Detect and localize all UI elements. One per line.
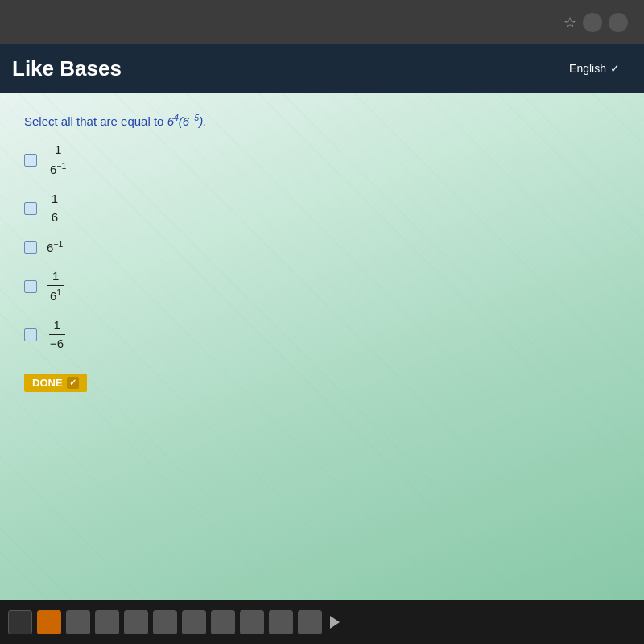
fraction-2-denominator: 6	[48, 208, 61, 225]
fraction-5-numerator: 1	[49, 318, 65, 335]
done-label: DONE	[32, 377, 63, 389]
taskbar-next-arrow[interactable]	[330, 616, 340, 629]
option-item-4: 1 61	[24, 269, 620, 303]
option-item-3: 6−1	[24, 239, 620, 254]
language-selector[interactable]: English ✓	[569, 62, 620, 75]
checkbox-4[interactable]	[24, 280, 37, 293]
browser-icons: ☆	[564, 13, 628, 32]
question-expression: 64(6−5).	[167, 114, 207, 128]
fraction-5: 1 −6	[47, 318, 67, 351]
taskbar-item-6[interactable]	[153, 610, 177, 634]
browser-btn-1[interactable]	[583, 13, 602, 32]
taskbar-item-9[interactable]	[240, 610, 264, 634]
fraction-4: 1 61	[47, 269, 64, 303]
taskbar-item-7[interactable]	[182, 610, 206, 634]
taskbar-item-1[interactable]	[8, 610, 32, 634]
fraction-4-numerator: 1	[47, 269, 64, 286]
checkbox-1[interactable]	[24, 154, 37, 167]
language-label: English	[569, 62, 606, 75]
option-item-2: 1 6	[24, 192, 620, 225]
star-icon[interactable]: ☆	[564, 14, 576, 31]
browser-btn-2[interactable]	[609, 13, 628, 32]
done-check-icon: ✓	[67, 377, 79, 389]
question-text: Select all that are equal to 64(6−5).	[24, 113, 620, 128]
main-content-area: Select all that are equal to 64(6−5). 1 …	[0, 93, 644, 600]
header-bar: Like Bases English ✓	[0, 44, 644, 93]
checkbox-5[interactable]	[24, 328, 37, 341]
taskbar-item-11[interactable]	[298, 610, 322, 634]
taskbar-item-2[interactable]	[37, 610, 61, 634]
language-check-icon: ✓	[610, 62, 620, 75]
checkbox-2[interactable]	[24, 202, 37, 215]
fraction-2: 1 6	[47, 192, 63, 225]
bottom-taskbar	[0, 600, 644, 644]
fraction-1: 1 6−1	[47, 142, 69, 177]
taskbar-item-5[interactable]	[124, 610, 148, 634]
options-list: 1 6−1 1 6 6−1 1 61	[24, 142, 620, 351]
done-button[interactable]: DONE ✓	[24, 374, 87, 392]
question-label: Select all that are equal to	[24, 114, 163, 128]
browser-top-bar: ☆	[0, 0, 644, 44]
page-title: Like Bases	[12, 56, 122, 81]
taskbar-item-10[interactable]	[269, 610, 293, 634]
taskbar-item-4[interactable]	[95, 610, 119, 634]
fraction-4-denominator: 61	[47, 286, 64, 303]
option-item-1: 1 6−1	[24, 142, 620, 177]
fraction-5-denominator: −6	[47, 335, 67, 351]
taskbar-item-8[interactable]	[211, 610, 235, 634]
option-item-5: 1 −6	[24, 318, 620, 351]
fraction-1-denominator: 6−1	[47, 159, 69, 177]
fraction-1-numerator: 1	[50, 142, 66, 159]
taskbar-item-3[interactable]	[66, 610, 90, 634]
checkbox-3[interactable]	[24, 241, 37, 254]
fraction-2-numerator: 1	[47, 192, 63, 208]
standalone-expr-3: 6−1	[47, 239, 63, 254]
